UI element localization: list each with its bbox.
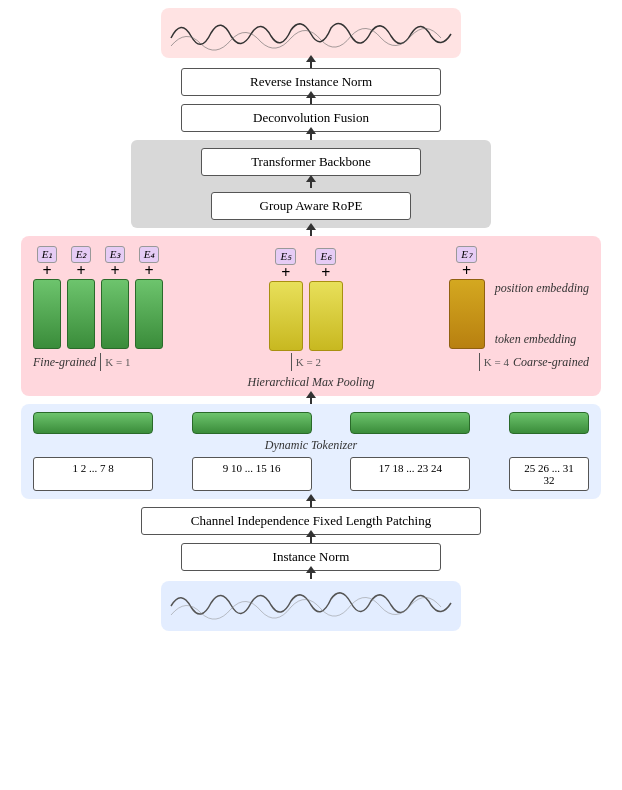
arrow-8 [310, 535, 312, 543]
arrow-9 [310, 571, 312, 579]
output-signal-lines [161, 8, 461, 58]
e1-badge: E₁ [37, 246, 58, 263]
patch-1-label: 1 2 ... 7 8 [72, 462, 113, 474]
group-aware-rope-box: Group Aware RoPE [211, 192, 411, 220]
k4-label: K = 4 [479, 353, 509, 371]
embedding-1-group: E₁ + [33, 246, 61, 349]
deconvolution-fusion-label: Deconvolution Fusion [253, 110, 369, 125]
embedding-5-group: E₅ + [269, 248, 303, 351]
embedding-2-group: E₂ + [67, 246, 95, 349]
patch-2-label: 9 10 ... 15 16 [223, 462, 281, 474]
patch-box-3: 17 18 ... 23 24 [350, 457, 470, 491]
wide-bar-2 [192, 412, 312, 434]
channel-independence-label: Channel Independence Fixed Length Patchi… [191, 513, 431, 528]
token-bar-3 [101, 279, 129, 349]
wide-bar-3 [350, 412, 470, 434]
arrow-2 [310, 96, 312, 104]
arrow-5 [310, 228, 312, 236]
arrow-7 [310, 499, 312, 507]
token-embedding-label: token embedding [495, 332, 589, 347]
e3-badge: E₃ [105, 246, 126, 263]
e5-badge: E₅ [275, 248, 296, 265]
arrow-1 [310, 60, 312, 68]
embedding-6-group: E₆ + [309, 248, 343, 351]
group-aware-rope-label: Group Aware RoPE [260, 198, 363, 213]
k1-label: K = 1 [100, 353, 130, 371]
patch-4-label: 25 26 ... 31 32 [524, 462, 574, 486]
patch-3-label: 17 18 ... 23 24 [379, 462, 442, 474]
plus-4: + [144, 263, 153, 279]
token-bar-2 [67, 279, 95, 349]
transformer-backbone-label: Transformer Backbone [251, 154, 371, 169]
arrow-6 [310, 396, 312, 404]
position-embedding-label: position embedding [495, 281, 589, 296]
tokenizer-region: Dynamic Tokenizer 1 2 ... 7 8 9 10 ... 1… [21, 404, 601, 499]
token-bar-7 [449, 279, 485, 349]
patch-boxes-row: 1 2 ... 7 8 9 10 ... 15 16 17 18 ... 23 … [33, 457, 589, 491]
embedding-3-group: E₃ + [101, 246, 129, 349]
token-bar-6 [309, 281, 343, 351]
patch-box-4: 25 26 ... 31 32 [509, 457, 589, 491]
coarse-grained-label: Coarse-grained [513, 355, 589, 370]
embedding-7-group: E₇ + [449, 246, 485, 349]
token-bar-4 [135, 279, 163, 349]
wide-bar-4 [509, 412, 589, 434]
embedding-4-group: E₄ + [135, 246, 163, 349]
e4-badge: E₄ [139, 246, 160, 263]
dynamic-tokenizer-label: Dynamic Tokenizer [33, 438, 589, 453]
k2-label: K = 2 [291, 353, 321, 371]
plus-7: + [462, 263, 471, 279]
transformer-region: Transformer Backbone Group Aware RoPE [131, 140, 491, 228]
e6-badge: E₆ [315, 248, 336, 265]
patch-box-1: 1 2 ... 7 8 [33, 457, 153, 491]
e2-badge: E₂ [71, 246, 92, 263]
arrow-3 [310, 132, 312, 140]
wide-bar-1 [33, 412, 153, 434]
fine-grained-label: Fine-grained [33, 355, 96, 370]
embedding-region: E₁ + E₂ + E₃ + [21, 236, 601, 396]
plus-3: + [110, 263, 119, 279]
reverse-instance-norm-label: Reverse Instance Norm [250, 74, 372, 89]
transformer-backbone-box: Transformer Backbone [201, 148, 421, 176]
architecture-diagram: Reverse Instance Norm Deconvolution Fusi… [0, 0, 622, 790]
hierarchical-max-pooling-label: Hierarchical Max Pooling [33, 375, 589, 390]
input-signal-lines [161, 581, 461, 631]
plus-5: + [281, 265, 290, 281]
e7-badge: E₇ [456, 246, 477, 263]
instance-norm-label: Instance Norm [273, 549, 350, 564]
arrow-4 [310, 180, 312, 188]
patch-box-2: 9 10 ... 15 16 [192, 457, 312, 491]
token-bar-1 [33, 279, 61, 349]
token-bar-5 [269, 281, 303, 351]
token-bars-row [33, 412, 589, 434]
plus-1: + [42, 263, 51, 279]
plus-2: + [76, 263, 85, 279]
plus-6: + [321, 265, 330, 281]
